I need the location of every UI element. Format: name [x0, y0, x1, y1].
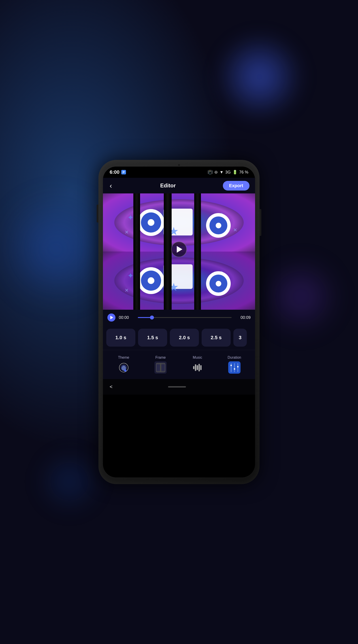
bg-decoration-3 — [262, 258, 340, 336]
duration-buttons-row: 1.0 s 1.5 s 2.0 s 2.5 s 3 — [103, 325, 255, 350]
bottom-tabs: Theme Frame — [103, 350, 255, 379]
tab-music[interactable]: Music — [179, 356, 216, 374]
phone-screen: 6:00 P 📳 ⊖ ▼ 3G 🔋 76 % ‹ Editor Export — [103, 166, 255, 478]
back-button[interactable]: ‹ — [109, 180, 113, 191]
status-bar: 6:00 P 📳 ⊖ ▼ 3G 🔋 76 % — [103, 166, 255, 178]
timeline-thumb[interactable] — [150, 316, 154, 320]
total-time: 00:09 — [235, 315, 251, 320]
frame-icon — [154, 361, 167, 374]
timeline-bar: 00:00 00:09 — [103, 310, 255, 325]
current-time: 00:00 — [119, 315, 135, 320]
play-button[interactable] — [171, 242, 187, 257]
status-icons: 📳 ⊖ ▼ 3G 🔋 76 % — [208, 170, 248, 175]
tab-theme-label: Theme — [118, 356, 129, 360]
star-b3: ✦ — [134, 289, 138, 294]
star-bottom-center: ★ — [169, 281, 179, 294]
wifi-icon: ▼ — [219, 170, 223, 175]
tab-duration[interactable]: Duration — [216, 356, 253, 374]
svg-rect-12 — [231, 363, 232, 372]
battery-percent: 76 % — [239, 170, 248, 175]
tab-duration-label: Duration — [228, 356, 241, 360]
export-button[interactable]: Export — [223, 181, 249, 190]
ellipse-bottom: ✦ ✦ ✦ — [114, 258, 244, 304]
timeline-play-button[interactable] — [107, 314, 115, 322]
duration-btn-4[interactable]: 3 — [233, 329, 247, 346]
reel-right — [206, 213, 231, 238]
status-time-area: 6:00 P — [110, 169, 126, 175]
svg-rect-7 — [193, 366, 194, 369]
battery-icon: 🔋 — [232, 170, 237, 175]
svg-rect-6 — [156, 371, 165, 372]
duration-btn-0[interactable]: 1.0 s — [106, 329, 135, 346]
video-preview: ✦ ✦ ✦ ✦ — [103, 194, 255, 310]
svg-rect-8 — [195, 364, 196, 371]
parking-icon: P — [121, 170, 126, 174]
theme-icon-svg — [118, 362, 129, 373]
signal-icon: 3G — [225, 170, 231, 175]
music-icon — [191, 361, 204, 374]
bg-decoration-1 — [215, 32, 304, 122]
ellipse-top: ✦ ✦ ✦ ✦ — [114, 199, 244, 246]
duration-btn-1[interactable]: 1.5 s — [138, 329, 167, 346]
x-mark-2: ✕ — [233, 227, 237, 233]
bg-decoration-2 — [0, 193, 112, 305]
duration-btn-3[interactable]: 2.5 s — [202, 329, 231, 346]
home-indicator-bar: < — [103, 379, 255, 395]
vibrate-icon: 📳 — [208, 170, 213, 175]
home-back-button[interactable]: < — [110, 384, 113, 390]
video-bottom-half: ✦ ✦ ✦ — [103, 252, 255, 310]
svg-rect-13 — [230, 365, 232, 366]
home-pill — [168, 386, 186, 388]
duration-icon — [228, 361, 240, 374]
reel-bl — [138, 267, 164, 294]
status-clock: 6:00 — [110, 169, 120, 175]
phone-device: 6:00 P 📳 ⊖ ▼ 3G 🔋 76 % ‹ Editor Export — [99, 160, 259, 484]
svg-rect-5 — [156, 363, 165, 364]
reel-left — [138, 209, 164, 236]
star-1: ✦ — [127, 213, 134, 222]
frame-icon-svg — [155, 362, 166, 373]
tab-frame[interactable]: Frame — [142, 356, 179, 374]
svg-point-2 — [124, 370, 126, 372]
svg-rect-10 — [198, 364, 200, 372]
camera-dot — [177, 164, 181, 166]
svg-rect-9 — [197, 365, 198, 370]
duration-btn-2[interactable]: 2.0 s — [170, 329, 199, 346]
reel-br — [206, 271, 231, 296]
svg-rect-17 — [237, 366, 238, 368]
star-3: ✦ — [134, 230, 138, 236]
timeline-slider[interactable] — [138, 317, 232, 318]
star-b1: ✦ — [127, 271, 134, 280]
x-mark-1: ✕ — [125, 230, 129, 235]
x-mark-b1: ✕ — [125, 288, 129, 294]
svg-rect-14 — [234, 363, 235, 372]
tab-music-label: Music — [193, 356, 202, 360]
duration-icon-svg — [229, 362, 240, 373]
page-title: Editor — [160, 182, 176, 189]
music-icon-svg — [192, 362, 203, 373]
play-triangle-icon — [177, 246, 182, 253]
tab-frame-label: Frame — [155, 356, 166, 360]
timeline-play-icon — [110, 316, 113, 319]
svg-rect-16 — [237, 363, 238, 372]
mute-icon: ⊖ — [214, 170, 218, 175]
bg-decoration-4 — [36, 448, 103, 515]
video-bg-bottom: ✦ ✦ ✦ — [103, 252, 255, 310]
tab-theme[interactable]: Theme — [105, 356, 142, 374]
top-navigation: ‹ Editor Export — [103, 178, 255, 194]
theme-icon — [118, 361, 130, 374]
star-center: ★ — [169, 225, 179, 238]
svg-rect-11 — [200, 365, 202, 370]
svg-rect-15 — [234, 368, 235, 370]
